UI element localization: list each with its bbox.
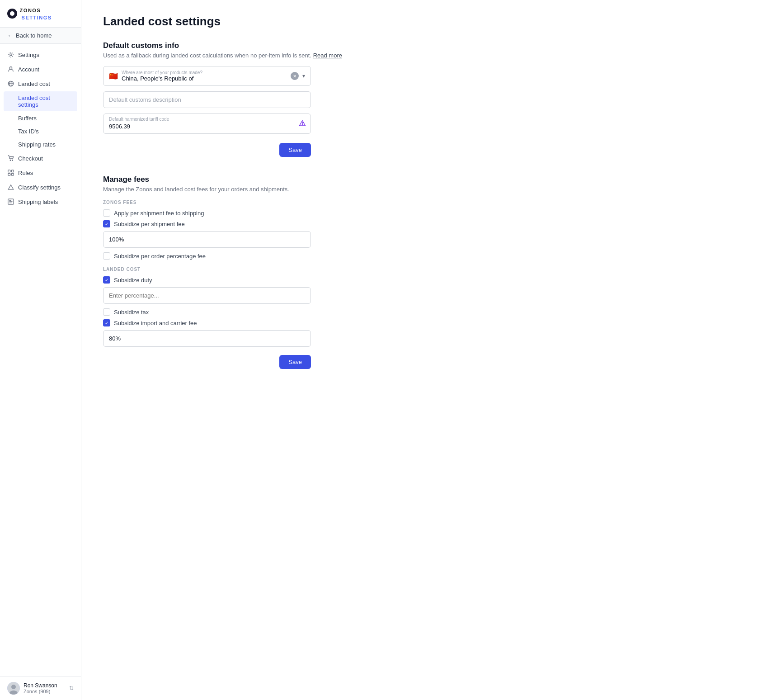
svg-point-4	[10, 160, 11, 161]
country-label: Where are most of your products made?	[122, 70, 287, 75]
subsidize-per-order-label: Subsidize per order percentage fee	[114, 253, 206, 260]
customs-save-button[interactable]: Save	[279, 143, 311, 157]
sidebar-item-shipping-rates[interactable]: Shipping rates	[0, 138, 81, 151]
country-field-group: 🇨🇳 Where are most of your products made?…	[103, 66, 311, 86]
expand-icon: ⇅	[69, 685, 74, 691]
subsidize-duty-checkbox[interactable]	[103, 276, 110, 284]
import-percentage-input[interactable]	[103, 330, 311, 347]
customs-save-row: Save	[103, 139, 311, 157]
subsidize-per-shipment-label: Subsidize per shipment fee	[114, 221, 185, 227]
tag-icon	[7, 198, 14, 205]
subsidize-duty-row[interactable]: Subsidize duty	[103, 276, 759, 284]
globe-icon	[7, 80, 14, 87]
read-more-link[interactable]: Read more	[313, 52, 342, 59]
svg-point-0	[10, 54, 12, 56]
fees-save-button[interactable]: Save	[279, 355, 311, 369]
grid-icon	[7, 169, 14, 176]
customs-description-input[interactable]	[103, 91, 311, 108]
landed-cost-label: LANDED COST	[103, 267, 759, 272]
sidebar-classify-settings-label: Classify settings	[18, 184, 61, 191]
svg-rect-8	[8, 173, 10, 175]
sidebar-item-account[interactable]: Account	[0, 62, 81, 76]
sidebar-item-checkout[interactable]: Checkout	[0, 151, 81, 166]
logo: ZONOS SETTINGS	[0, 0, 81, 28]
sidebar-rules-label: Rules	[18, 170, 33, 176]
sidebar-item-classify-settings[interactable]: Classify settings	[0, 180, 81, 194]
clear-country-button[interactable]: ✕	[291, 72, 299, 80]
subsidize-import-row[interactable]: Subsidize import and carrier fee	[103, 319, 759, 326]
subsidize-per-shipment-row[interactable]: Subsidize per shipment fee	[103, 220, 759, 227]
fees-section-desc: Manage the Zonos and landed cost fees fo…	[103, 186, 759, 193]
sidebar-item-shipping-labels[interactable]: Shipping labels	[0, 194, 81, 209]
subnav-buffers-label: Buffers	[18, 115, 37, 122]
subsidize-tax-row[interactable]: Subsidize tax	[103, 308, 759, 316]
subsidize-per-order-row[interactable]: Subsidize per order percentage fee	[103, 252, 759, 260]
apply-per-shipment-checkbox[interactable]	[103, 209, 110, 217]
tariff-code-field: Default harmonized tariff code	[103, 114, 311, 134]
svg-rect-9	[11, 173, 14, 175]
svg-point-12	[11, 685, 16, 689]
user-info: Ron Swanson Zonos (909)	[24, 682, 66, 694]
sidebar-item-landed-cost-settings[interactable]: Landed cost settings	[4, 91, 77, 111]
sidebar-item-rules[interactable]: Rules	[0, 166, 81, 180]
page-title: Landed cost settings	[103, 14, 759, 28]
description-field-group	[103, 91, 311, 108]
country-value: China, People's Republic of	[122, 75, 287, 82]
subnav-landed-cost-settings-label: Landed cost settings	[18, 95, 70, 108]
user-name: Ron Swanson	[24, 682, 66, 689]
svg-point-5	[12, 160, 13, 161]
subsidize-per-order-checkbox[interactable]	[103, 252, 110, 260]
svg-point-14	[302, 124, 303, 125]
gear-icon	[7, 51, 14, 58]
svg-rect-7	[11, 170, 14, 172]
fees-section-title: Manage fees	[103, 175, 759, 184]
manage-fees-section: Manage fees Manage the Zonos and landed …	[103, 175, 759, 369]
subsidize-import-checkbox[interactable]	[103, 319, 110, 326]
subsidize-tax-label: Subsidize tax	[114, 309, 149, 316]
country-select[interactable]: 🇨🇳 Where are most of your products made?…	[103, 66, 311, 86]
flag-icon: 🇨🇳	[109, 72, 118, 80]
user-org: Zonos (909)	[24, 689, 66, 694]
duty-percentage-input[interactable]	[103, 287, 311, 304]
user-profile[interactable]: Ron Swanson Zonos (909) ⇅	[0, 676, 81, 700]
subsidize-tax-checkbox[interactable]	[103, 308, 110, 316]
sidebar-item-settings[interactable]: Settings	[0, 47, 81, 62]
svg-rect-6	[8, 170, 10, 172]
main-content: Landed cost settings Default customs inf…	[81, 0, 781, 700]
subsidize-per-shipment-checkbox[interactable]	[103, 220, 110, 227]
sidebar: ZONOS SETTINGS ← Back to home Settings A…	[0, 0, 81, 700]
sidebar-account-label: Account	[18, 66, 39, 73]
subnav-shipping-rates-label: Shipping rates	[18, 141, 56, 148]
subsidize-duty-label: Subsidize duty	[114, 277, 152, 284]
customs-section-desc: Used as a fallback during landed cost ca…	[103, 52, 759, 59]
user-icon	[7, 66, 14, 73]
landed-cost-subsection: LANDED COST Subsidize duty Subsidize tax…	[103, 267, 759, 347]
sidebar-item-buffers[interactable]: Buffers	[0, 112, 81, 125]
back-label: Back to home	[16, 32, 52, 39]
avatar	[7, 682, 20, 695]
chevron-down-icon: ▾	[302, 73, 305, 79]
apply-per-shipment-label: Apply per shipment fee to shipping	[114, 210, 204, 217]
sidebar-settings-label: Settings	[18, 52, 39, 58]
country-field-inner: Where are most of your products made? Ch…	[122, 70, 287, 82]
fees-save-row: Save	[103, 351, 311, 369]
sidebar-nav: Settings Account Landed cost Landed cost…	[0, 44, 81, 676]
tariff-code-input[interactable]	[109, 123, 294, 130]
subsidize-shipment-value-input[interactable]	[103, 231, 311, 248]
apply-per-shipment-row[interactable]: Apply per shipment fee to shipping	[103, 209, 759, 217]
landed-cost-subnav: Landed cost settings Buffers Tax ID's Sh…	[0, 91, 81, 151]
back-arrow-icon: ←	[7, 32, 13, 39]
sidebar-item-landed-cost[interactable]: Landed cost	[0, 76, 81, 91]
logo-icon	[7, 9, 17, 19]
tariff-label: Default harmonized tariff code	[109, 117, 305, 122]
cart-icon	[7, 155, 14, 162]
customs-section-title: Default customs info	[103, 41, 759, 50]
customs-info-section: Default customs info Used as a fallback …	[103, 41, 759, 157]
back-to-home-button[interactable]: ← Back to home	[0, 28, 81, 44]
subsidize-import-label: Subsidize import and carrier fee	[114, 320, 197, 326]
sidebar-item-tax-ids[interactable]: Tax ID's	[0, 125, 81, 138]
sidebar-checkout-label: Checkout	[18, 155, 43, 162]
zonos-fees-label: ZONOS FEES	[103, 200, 759, 205]
warning-icon	[299, 119, 306, 128]
sidebar-landed-cost-label: Landed cost	[18, 80, 50, 87]
